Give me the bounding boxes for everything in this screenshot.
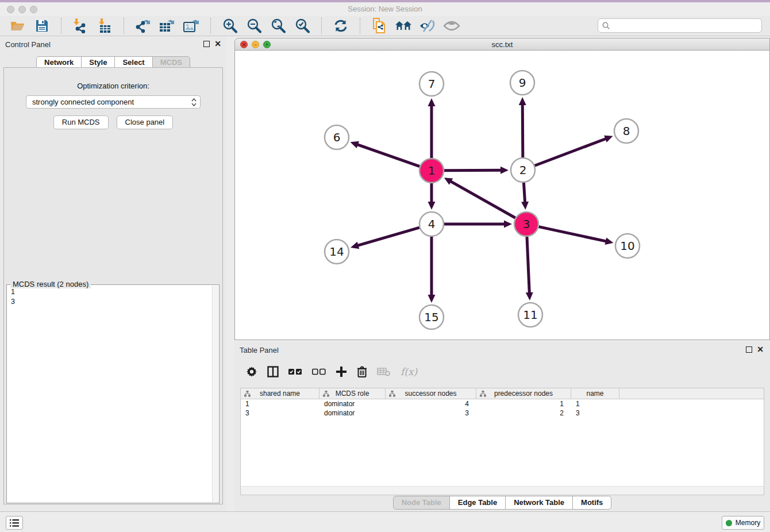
delete-column-icon[interactable] — [357, 366, 367, 377]
table-empty-area — [241, 418, 764, 486]
import-table-icon[interactable] — [96, 18, 113, 34]
table-header-row: shared nameMCDS rolesuccessor nodesprede… — [241, 388, 764, 399]
export-network-icon[interactable] — [134, 18, 152, 34]
refresh-icon[interactable] — [332, 18, 349, 34]
graph-node-8[interactable]: 8 — [614, 119, 638, 143]
table-cell[interactable]: 3 — [571, 408, 619, 418]
graph-node-10[interactable]: 10 — [615, 234, 640, 258]
run-mcds-button[interactable]: Run MCDS — [53, 115, 109, 129]
graph-node-15[interactable]: 15 — [419, 305, 444, 329]
network-graph[interactable]: 7968124314101511 — [235, 51, 769, 340]
tab-edge-table[interactable]: Edge Table — [449, 496, 506, 510]
network-zoom-button[interactable]: + — [263, 41, 271, 48]
close-panel-button[interactable]: ✕ — [214, 39, 221, 48]
table-cell[interactable]: 4 — [386, 399, 476, 408]
table-row[interactable]: 3dominator323 — [241, 408, 764, 418]
search-field[interactable] — [598, 18, 762, 33]
close-window-button[interactable] — [7, 6, 14, 13]
graph-node-label: 4 — [428, 217, 436, 231]
graph-edge-4-14[interactable] — [357, 228, 419, 246]
table-row[interactable]: 1dominator411 — [241, 399, 764, 408]
graph-edge-3-11[interactable] — [527, 237, 529, 294]
column-header-MCDS-role[interactable]: MCDS role — [319, 388, 386, 399]
network-close-button[interactable]: ✕ — [240, 41, 248, 48]
graph-edge-2-3[interactable] — [523, 183, 525, 203]
show-panels-list-button[interactable] — [6, 516, 23, 530]
float-table-panel-button[interactable] — [746, 346, 752, 353]
hide-details-eye-icon[interactable] — [419, 18, 436, 34]
graph-node-3[interactable]: 3 — [514, 212, 538, 236]
table-cell[interactable]: 1 — [241, 399, 319, 408]
graph-node-label: 1 — [428, 164, 436, 178]
table-cell[interactable]: 3 — [386, 408, 476, 418]
column-header-successor-nodes[interactable]: successor nodes — [386, 388, 476, 399]
tab-node-table[interactable]: Node Table — [393, 496, 450, 510]
table-cell[interactable]: 3 — [241, 408, 319, 418]
graph-node-11[interactable]: 11 — [518, 303, 542, 327]
table-cell[interactable]: dominator — [319, 408, 386, 418]
graph-node-9[interactable]: 9 — [510, 71, 534, 95]
result-scrollbar[interactable] — [212, 286, 218, 502]
table-cell[interactable]: 1 — [571, 399, 619, 408]
export-table-icon[interactable] — [159, 18, 176, 34]
memory-button[interactable]: Memory — [722, 516, 764, 530]
zoom-fit-icon[interactable] — [270, 18, 287, 34]
maximize-window-button[interactable] — [30, 6, 37, 13]
criterion-dropdown[interactable]: strongly connected component — [26, 95, 201, 109]
network-minimize-button[interactable]: − — [252, 41, 259, 48]
table-settings-gear-icon[interactable] — [246, 366, 257, 377]
table-panel: Table Panel ✕ f(x) shared nameMCDS roles… — [234, 342, 770, 511]
select-all-checkboxes-icon[interactable] — [288, 368, 302, 375]
close-panel-button-inner[interactable]: Close panel — [117, 115, 174, 129]
save-session-icon[interactable] — [33, 18, 51, 34]
graph-node-4[interactable]: 4 — [419, 212, 444, 236]
graph-edge-2-8[interactable] — [535, 138, 607, 166]
table-cell[interactable]: dominator — [319, 399, 386, 408]
search-input[interactable] — [610, 21, 748, 30]
column-header-predecessor-nodes[interactable]: predecessor nodes — [476, 388, 571, 399]
graph-edge-2-9[interactable] — [522, 103, 523, 157]
function-builder-icon[interactable]: f(x) — [401, 366, 417, 377]
close-table-panel-button[interactable]: ✕ — [757, 345, 764, 354]
column-header-name[interactable]: name — [571, 388, 619, 399]
column-header-shared-name[interactable]: shared name — [241, 388, 319, 399]
graph-edge-1-2[interactable] — [444, 170, 502, 171]
graph-node-1[interactable]: 1 — [419, 159, 444, 183]
network-window-titlebar[interactable]: ✕ − + scc.txt — [234, 38, 770, 51]
zoom-selected-icon[interactable] — [294, 18, 311, 34]
eye-icon[interactable] — [443, 18, 460, 34]
table-cell[interactable]: 1 — [476, 399, 571, 408]
tab-network-table[interactable]: Network Table — [505, 496, 573, 510]
add-column-icon[interactable] — [336, 366, 347, 377]
graph-node-14[interactable]: 14 — [325, 240, 349, 264]
minimize-window-button[interactable] — [18, 6, 26, 13]
network-canvas[interactable]: 7968124314101511 — [234, 51, 770, 340]
table-toolbar: f(x) — [241, 361, 417, 382]
import-network-icon[interactable] — [72, 18, 89, 34]
graph-edge-arrowhead — [351, 242, 359, 249]
graph-edge-3-1[interactable] — [449, 181, 515, 218]
table-rows: 1dominator4113dominator323 — [241, 399, 764, 418]
graph-node-7[interactable]: 7 — [419, 72, 444, 96]
table-cell[interactable]: 2 — [476, 408, 571, 418]
graph-edge-3-10[interactable] — [539, 227, 607, 242]
table-horizontal-scrollbar[interactable] — [241, 486, 764, 495]
split-columns-icon[interactable] — [267, 366, 279, 377]
graph-node-6[interactable]: 6 — [325, 125, 349, 149]
memory-status-icon — [726, 520, 732, 526]
graph-edge-arrowhead — [504, 221, 512, 228]
zoom-out-icon[interactable] — [245, 18, 263, 34]
delete-table-icon[interactable] — [377, 367, 391, 376]
deselect-checkboxes-icon[interactable] — [312, 368, 326, 375]
zoom-in-icon[interactable] — [221, 18, 238, 34]
graph-edge-1-6[interactable] — [356, 144, 419, 167]
houses-icon[interactable] — [395, 18, 412, 34]
open-session-icon[interactable] — [9, 18, 26, 34]
tab-motifs[interactable]: Motifs — [572, 496, 611, 510]
graph-edge-arrowhead — [428, 98, 436, 106]
export-image-icon[interactable] — [183, 18, 200, 34]
duplicate-network-icon[interactable] — [371, 18, 388, 34]
mcds-result-title: MCDS result (2 nodes) — [10, 280, 91, 288]
graph-node-2[interactable]: 2 — [511, 158, 535, 182]
float-panel-button[interactable] — [203, 41, 210, 47]
